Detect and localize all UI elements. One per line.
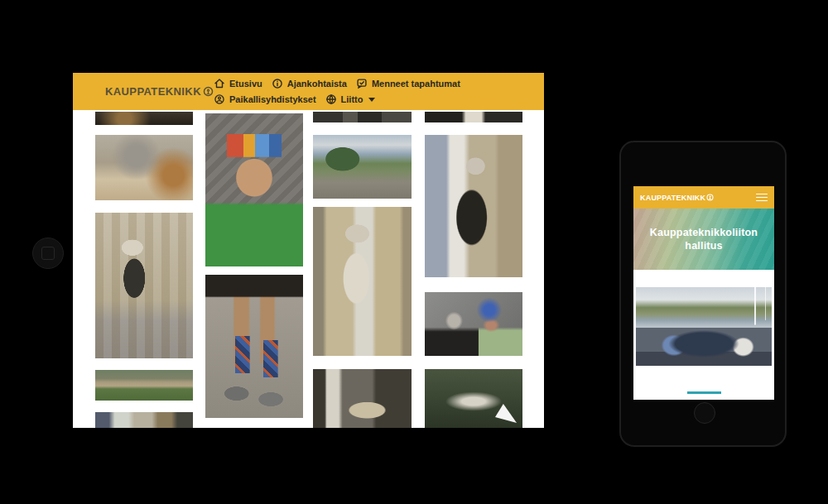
- gallery-photo[interactable]: [95, 135, 193, 200]
- phone-site-logo-text: KAUPPATEKNIKK: [640, 194, 705, 202]
- phone-hero-banner: Kauppateknikkoliiton hallitus: [633, 209, 774, 270]
- tablet-nav-menu: Etusivu Ajankohtaista: [214, 76, 460, 108]
- home-icon: [214, 78, 225, 89]
- phone-device: KAUPPATEKNIKK Kauppateknikkoliiton halli…: [619, 141, 787, 447]
- hero-title-line2: hallitus: [633, 239, 774, 252]
- nav-item-ajankohtaista[interactable]: Ajankohtaista: [272, 78, 347, 89]
- gallery-photo[interactable]: [313, 135, 412, 199]
- check-bubble-icon: [356, 78, 368, 89]
- nav-item-etusivu[interactable]: Etusivu: [214, 78, 262, 89]
- nav-label: Etusivu: [229, 79, 262, 89]
- nav-label: Liitto: [341, 94, 363, 104]
- gallery-photo[interactable]: [313, 112, 412, 122]
- gallery-photo[interactable]: [95, 213, 193, 358]
- phone-home-button: [694, 402, 715, 424]
- gallery-photo[interactable]: [425, 112, 522, 122]
- gallery-photo[interactable]: [313, 207, 412, 356]
- gallery-photo[interactable]: [425, 292, 522, 356]
- nav-label: Menneet tapahtumat: [372, 79, 460, 89]
- gallery-photo[interactable]: [425, 135, 522, 277]
- phone-header: KAUPPATEKNIKK: [633, 186, 774, 209]
- info-circle-icon: [272, 78, 283, 89]
- logo-mark-icon: [203, 86, 214, 97]
- nav-item-paikallisyhdistykset[interactable]: Paikallisyhdistykset: [214, 94, 316, 105]
- gallery-photo[interactable]: [313, 369, 412, 428]
- nav-label: Ajankohtaista: [287, 79, 347, 89]
- nav-label: Paikallisyhdistykset: [229, 94, 316, 104]
- globe-icon: [325, 94, 337, 105]
- tablet-screen: KAUPPATEKNIKK Etusivu: [73, 73, 544, 428]
- hero-title-line1: Kauppateknikkoliiton: [633, 226, 774, 239]
- site-logo-text: KAUPPATEKNIKK: [105, 85, 201, 98]
- gallery-photo[interactable]: [95, 112, 193, 125]
- gallery-photo[interactable]: [95, 370, 193, 401]
- gallery-photo[interactable]: [95, 412, 193, 428]
- community-circle-icon: [214, 94, 225, 105]
- hamburger-menu-icon[interactable]: [756, 192, 768, 204]
- teal-divider: [687, 391, 721, 394]
- gallery-photo[interactable]: [205, 275, 303, 418]
- phone-site-logo[interactable]: KAUPPATEKNIKK: [640, 194, 714, 202]
- nav-row-2: Paikallisyhdistykset Liitto: [214, 92, 460, 107]
- tablet-navbar: KAUPPATEKNIKK Etusivu: [73, 73, 544, 110]
- site-logo[interactable]: KAUPPATEKNIKK: [105, 73, 214, 110]
- chevron-down-icon: [368, 98, 375, 102]
- nav-item-menneet-tapahtumat[interactable]: Menneet tapahtumat: [356, 78, 460, 89]
- logo-mark-icon: [706, 194, 714, 201]
- photo-gallery: [73, 73, 544, 428]
- nav-row-1: Etusivu Ajankohtaista: [214, 76, 460, 91]
- tablet-home-button: [32, 238, 64, 269]
- nav-item-liitto[interactable]: Liitto: [325, 94, 376, 105]
- phone-screen: KAUPPATEKNIKK Kauppateknikkoliiton halli…: [633, 186, 774, 400]
- tablet-home-button-square: [41, 247, 55, 260]
- gallery-photo[interactable]: [205, 113, 303, 266]
- phone-article-photo[interactable]: [636, 287, 772, 366]
